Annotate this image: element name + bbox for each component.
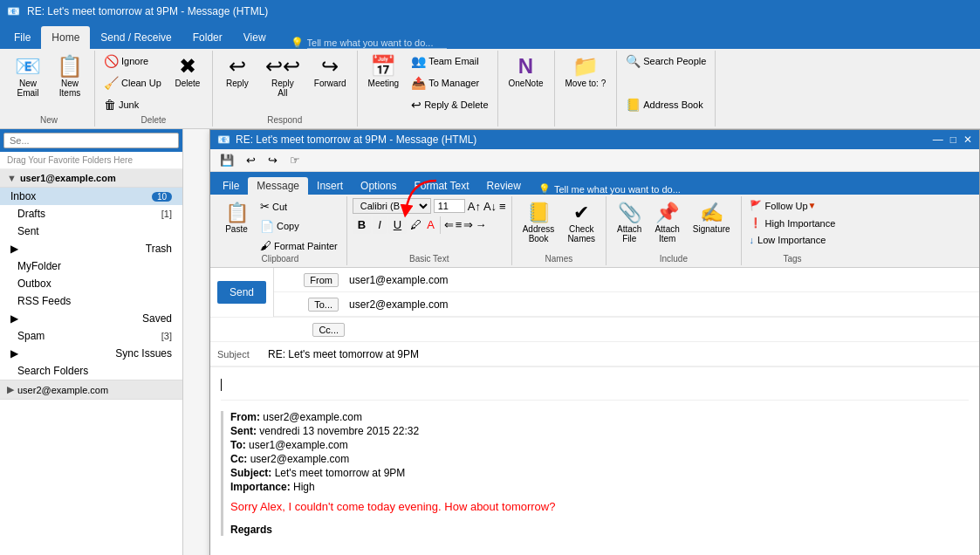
highlight-icon[interactable]: 🖊	[408, 216, 423, 233]
reply-delete-button[interactable]: ↩ Reply & Delete	[408, 96, 491, 113]
touch-button-qb[interactable]: ☞	[285, 152, 305, 168]
ignore-button[interactable]: 🚫 Ignore	[100, 52, 165, 70]
folder-saved[interactable]: ▶ Saved	[0, 310, 182, 327]
cut-button[interactable]: ✂ Cut	[257, 198, 341, 215]
align-center-icon[interactable]: ≡	[456, 218, 463, 231]
attach-file-btn[interactable]: 📎 AttachFile	[612, 198, 647, 247]
tab-folder[interactable]: Folder	[182, 26, 233, 49]
subject-input[interactable]	[263, 346, 979, 363]
check-names-btn[interactable]: ✔ CheckNames	[562, 198, 600, 247]
font-color-icon[interactable]: A	[425, 216, 436, 233]
save-button-qb[interactable]: 💾	[216, 152, 238, 168]
address-book-button[interactable]: 📒 Address Book	[622, 96, 709, 113]
folder-myfolder[interactable]: MyFolder	[0, 257, 182, 275]
compose-cursor-area[interactable]	[221, 374, 969, 401]
compose-tell-me[interactable]: 💡 Tell me what you want to do...	[538, 183, 684, 195]
copy-button[interactable]: 📄 Copy	[257, 218, 341, 235]
new-items-button[interactable]: 📋 NewItems	[51, 52, 89, 101]
delete-button[interactable]: ✖ Delete	[168, 52, 207, 92]
minimize-icon[interactable]: —	[933, 134, 943, 146]
from-button[interactable]: From	[304, 273, 339, 287]
folder-sent[interactable]: Sent	[0, 223, 182, 240]
folder-inbox[interactable]: Inbox 10	[0, 188, 182, 205]
list-icon[interactable]: ≡	[499, 200, 506, 213]
tab-send-receive[interactable]: Send / Receive	[90, 26, 182, 49]
attach-file-icon: 📎	[618, 202, 641, 224]
underline-button[interactable]: U	[388, 216, 407, 234]
cc-button[interactable]: Cc...	[312, 323, 345, 337]
align-right-icon[interactable]: ⇒	[463, 218, 473, 231]
cleanup-button[interactable]: 🧹 Clean Up	[100, 74, 165, 92]
folder-drafts[interactable]: Drafts [1]	[0, 205, 182, 223]
format-painter-button[interactable]: 🖌 Format Painter	[257, 237, 341, 254]
ribbon-group-respond: ↩ Reply ↩↩ ReplyAll ↪ Forward Respond	[213, 51, 358, 127]
quoted-to: To: user1@example.com	[230, 439, 969, 451]
to-manager-button[interactable]: 📤 To Manager	[408, 74, 491, 92]
folder-outbox[interactable]: Outbox	[0, 275, 182, 292]
tab-file[interactable]: File	[3, 26, 41, 49]
compose-tab-insert[interactable]: Insert	[308, 177, 352, 195]
onenote-button[interactable]: N OneNote	[504, 52, 549, 92]
account1-header[interactable]: ▼ user1@example.com	[0, 169, 182, 188]
tab-home[interactable]: Home	[41, 26, 90, 49]
font-size-input[interactable]	[434, 199, 465, 213]
folder-spam[interactable]: Spam [3]	[0, 327, 182, 345]
to-input[interactable]	[344, 296, 979, 313]
junk-button[interactable]: 🗑 Junk	[100, 96, 165, 113]
paste-button[interactable]: 📋 Paste	[219, 198, 254, 237]
new-email-button[interactable]: 📧 NewEmail	[9, 52, 47, 101]
increase-font-icon[interactable]: A↑	[468, 200, 481, 213]
to-button[interactable]: To...	[308, 298, 339, 312]
send-button[interactable]: Send	[217, 281, 266, 304]
search-people-button[interactable]: 🔍 Search People	[622, 52, 709, 70]
folder-rss[interactable]: RSS Feeds	[0, 292, 182, 310]
tab-view[interactable]: View	[233, 26, 277, 49]
outlook-app: 📧 RE: Let's meet tomorrow at 9PM - Messa…	[0, 0, 980, 555]
myfolder-label: MyFolder	[17, 260, 61, 272]
signature-btn[interactable]: ✍ Signature	[688, 198, 736, 237]
from-input[interactable]	[344, 271, 979, 289]
compose-tab-options[interactable]: Options	[352, 177, 405, 195]
align-left-icon[interactable]: ⇐	[444, 218, 454, 231]
follow-up-btn[interactable]: 🚩 Follow Up ▼	[747, 198, 819, 213]
compose-tab-review[interactable]: Review	[478, 177, 530, 195]
team-email-button[interactable]: 👥 Team Email	[408, 52, 491, 70]
meeting-button[interactable]: 📅 Meeting	[363, 52, 405, 92]
reply-all-button[interactable]: ↩↩ ReplyAll	[260, 52, 305, 101]
font-family-select[interactable]: Calibri (B	[353, 198, 431, 214]
decrease-font-icon[interactable]: A↓	[483, 200, 497, 213]
compose-tab-message[interactable]: Message	[248, 177, 308, 195]
high-importance-btn[interactable]: ❗ High Importance	[747, 216, 839, 230]
cc-input[interactable]	[350, 321, 979, 339]
from-label: From:	[230, 411, 260, 423]
follow-up-label: Follow Up	[765, 201, 808, 211]
address-book-btn[interactable]: 📒 AddressBook	[517, 198, 560, 247]
reply-icon: ↩	[229, 56, 246, 77]
reply-button[interactable]: ↩ Reply	[218, 52, 257, 92]
restore-icon[interactable]: □	[950, 134, 956, 146]
account2-header[interactable]: ▶ user2@example.com	[0, 380, 182, 400]
indent-icon[interactable]: →	[475, 218, 486, 231]
bold-button[interactable]: B	[353, 216, 371, 234]
undo-button-qb[interactable]: ↩	[242, 152, 260, 168]
move-button[interactable]: 📁 Move to: ?	[560, 52, 612, 92]
folder-search-folders[interactable]: Search Folders	[0, 362, 182, 380]
compose-body[interactable]: From: user2@example.com Sent: vendredi 1…	[210, 367, 979, 555]
compose-tab-format-text[interactable]: Format Text	[405, 177, 477, 195]
reply-all-label: ReplyAll	[271, 79, 294, 98]
folder-sync-issues[interactable]: ▶ Sync Issues	[0, 345, 182, 362]
forward-button[interactable]: ↪ Forward	[309, 52, 352, 92]
tell-me-input[interactable]	[307, 38, 447, 49]
attach-item-btn[interactable]: 📌 AttachItem	[649, 198, 684, 247]
italic-button[interactable]: I	[373, 216, 387, 234]
folder-trash[interactable]: ▶ Trash	[0, 240, 182, 257]
redo-button-qb[interactable]: ↪	[264, 152, 282, 168]
new-group-label: New	[40, 113, 58, 125]
tell-me-box[interactable]: 💡	[291, 37, 447, 49]
clipboard-group-label: Clipboard	[219, 254, 341, 264]
low-importance-btn[interactable]: ↓ Low Importance	[747, 233, 829, 247]
compose-app-icon: 📧	[217, 134, 230, 146]
sidebar-search-input[interactable]	[3, 133, 179, 148]
close-icon[interactable]: ✕	[963, 134, 972, 146]
compose-tab-file[interactable]: File	[214, 177, 248, 195]
